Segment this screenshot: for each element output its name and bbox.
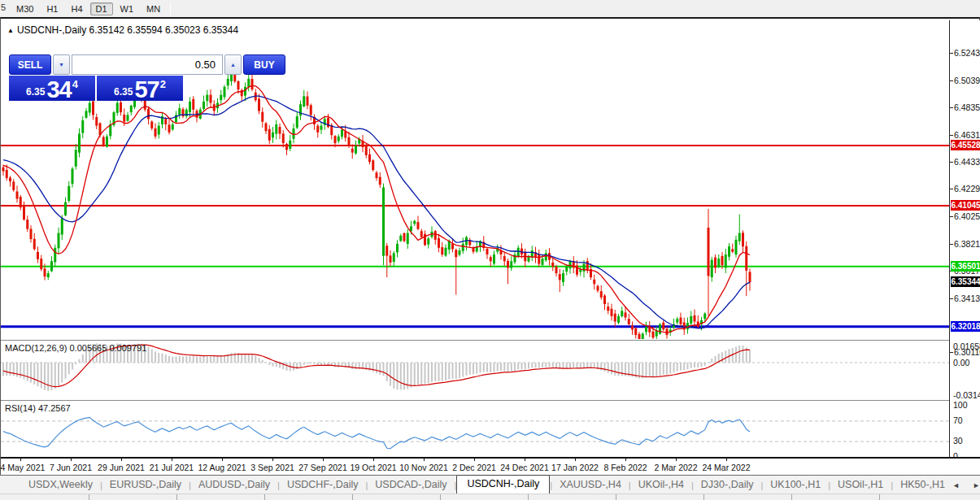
candle-body — [413, 221, 416, 224]
date-axis-label: 3 Sep 2021 — [250, 463, 294, 472]
macd-histogram-bar — [162, 354, 163, 363]
candle-body — [438, 238, 440, 248]
macd-histogram-bar — [286, 363, 288, 371]
macd-histogram-bar — [660, 363, 661, 376]
candle-body — [127, 115, 129, 120]
indicator-axis-label: 0.00 — [953, 358, 969, 367]
chart-tab-uk100-h1[interactable]: UK100-,H1 — [763, 476, 828, 493]
macd-histogram-bar — [725, 350, 726, 363]
buy-button[interactable]: BUY — [243, 54, 285, 75]
timeframe-button-partial[interactable]: 5 — [1, 2, 9, 12]
chart-tab-xauusd-h4[interactable]: XAUUSD-,H4 — [552, 476, 629, 493]
macd-histogram-bar — [355, 363, 357, 369]
candle-body — [268, 129, 271, 141]
chart-tab-usdx-weekly[interactable]: USDX,Weekly — [21, 476, 100, 493]
price-axis-tick-label: 6.46310 — [954, 130, 980, 140]
date-axis-label: 24 Dec 2021 — [500, 463, 549, 472]
chart-tab-ukoil-h4[interactable]: UKOil-,H4 — [631, 476, 691, 493]
candle-body — [44, 268, 46, 276]
candle-body — [372, 160, 374, 170]
candle-body — [158, 126, 160, 135]
timeframe-button-d1[interactable]: D1 — [90, 2, 113, 15]
candle-body — [355, 146, 357, 153]
candle-body — [565, 267, 568, 272]
macd-histogram-bar — [704, 363, 706, 366]
sell-button[interactable]: SELL — [9, 54, 51, 75]
candle-body — [40, 259, 42, 269]
candle-body — [12, 181, 15, 189]
sell-price-base: 6.35 — [26, 86, 45, 98]
timeframe-button-w1[interactable]: W1 — [115, 2, 140, 15]
volume-decrease-button[interactable]: ▼ — [53, 54, 70, 75]
candle-body — [379, 177, 381, 185]
chart-tab-usdcnh-daily[interactable]: USDCNH-,Daily — [456, 475, 550, 494]
candle-body — [120, 102, 122, 112]
candle-body — [666, 328, 669, 335]
macd-histogram-bar — [438, 363, 440, 381]
rsi-pane[interactable]: RSI(14) 47.2567 — [1, 400, 980, 457]
chart-tab-audusd-daily[interactable]: AUDUSD-,Daily — [191, 476, 277, 493]
macd-histogram-bar — [549, 363, 551, 367]
macd-histogram-bar — [44, 363, 46, 390]
buy-price-box[interactable]: 6.35 57 2 — [97, 76, 183, 101]
candle-body — [614, 314, 616, 322]
macd-histogram-bar — [351, 363, 353, 369]
macd-histogram-bar — [490, 363, 491, 372]
candle-body — [206, 95, 208, 102]
macd-histogram-bar — [542, 363, 543, 367]
timeframe-button-h4[interactable]: H4 — [65, 2, 88, 15]
macd-pane[interactable]: MACD(12,26,9) 0.005665 0.009791 — [1, 340, 980, 400]
sell-price-box[interactable]: 6.35 34 4 — [9, 76, 95, 101]
rsi-line — [3, 418, 750, 449]
date-axis-tick — [625, 459, 626, 461]
date-axis-label: 2 Dec 2021 — [452, 463, 496, 472]
chart-ohlc-values: 6.35142 6.35594 6.35023 6.35344 — [89, 24, 239, 36]
tab-scroll-right-icon[interactable]: ► — [973, 481, 980, 489]
chart-tab-usdchf-daily[interactable]: USDCHF-,Daily — [280, 476, 366, 493]
macd-histogram-bar — [663, 363, 664, 375]
date-axis-tick — [172, 459, 172, 461]
candle-body — [493, 254, 495, 263]
chart-tab-bar: USDX,Weekly|EURUSD-,Daily|AUDUSD-,Daily|… — [0, 475, 980, 493]
candle-body — [150, 121, 153, 128]
indicator-axis-label: -0.03142 — [953, 390, 980, 400]
buy-price-pip: 2 — [160, 78, 166, 90]
candle-body — [341, 130, 343, 137]
tab-scroll-left-icon[interactable]: ◄ — [952, 481, 960, 489]
toolbar-separator — [170, 2, 171, 15]
macd-histogram-bar — [656, 363, 657, 376]
macd-histogram-bar — [673, 363, 675, 372]
chart-tab-eurusd-daily[interactable]: EURUSD-,Daily — [102, 476, 189, 493]
candle-body — [721, 256, 724, 265]
chart-tab-usdcad-daily[interactable]: USDCAD-,Daily — [368, 476, 454, 493]
chart-tab-dj30-daily[interactable]: DJ30-,Daily — [694, 476, 761, 493]
candle-body — [68, 186, 70, 201]
macd-histogram-bar — [30, 363, 32, 383]
collapse-arrow-icon[interactable]: ▲ — [7, 27, 14, 34]
macd-histogram-bar — [545, 363, 547, 367]
timeframe-button-m30[interactable]: M30 — [11, 2, 39, 15]
candle-body — [244, 87, 246, 96]
macd-histogram-bar — [738, 346, 740, 363]
macd-histogram-bar — [199, 357, 201, 363]
chart-window[interactable]: ▲USDCNH-,Daily 6.35142 6.35594 6.35023 6… — [0, 17, 980, 475]
macd-histogram-bar — [179, 356, 181, 363]
chart-tab-usoil-h1[interactable]: USOil-,H1 — [830, 476, 891, 493]
candle-body — [451, 244, 454, 250]
macd-histogram-bar — [749, 350, 751, 363]
candle-body — [427, 238, 429, 245]
chart-tab-hk50-h1[interactable]: HK50-,H1 — [893, 476, 952, 493]
indicator-axis-label: 100 — [953, 400, 968, 410]
candle-body — [368, 154, 371, 162]
date-axis-tick — [525, 459, 525, 461]
chart-title: ▲USDCNH-,Daily 6.35142 6.35594 6.35023 6… — [7, 24, 238, 36]
timeframe-button-mn[interactable]: MN — [141, 2, 166, 15]
date-axis-label: 21 Jul 2021 — [150, 463, 194, 472]
timeframe-button-h1[interactable]: H1 — [41, 2, 63, 15]
macd-label: MACD(12,26,9) 0.005665 0.009791 — [5, 343, 146, 353]
macd-histogram-bar — [573, 363, 574, 367]
price-badge-6.45528: 6.45528 — [951, 140, 980, 150]
candle-body — [538, 254, 540, 264]
volume-input[interactable] — [72, 54, 223, 75]
volume-increase-button[interactable]: ▲ — [224, 54, 242, 75]
